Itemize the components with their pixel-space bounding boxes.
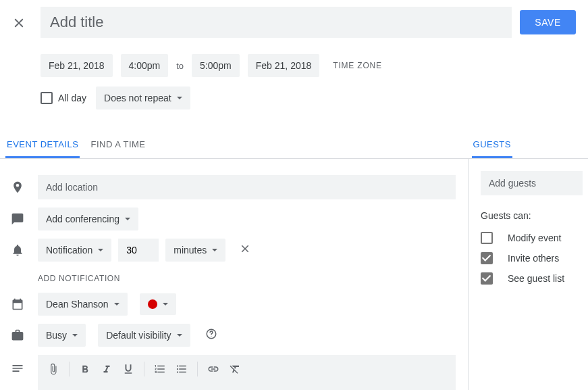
conferencing-label: Add conferencing — [46, 214, 119, 224]
link-icon[interactable] — [203, 359, 223, 379]
perm-label: Invite others — [508, 253, 559, 264]
to-label: to — [176, 61, 184, 71]
location-input[interactable] — [38, 175, 456, 199]
chevron-down-icon — [72, 334, 78, 337]
visibility-select[interactable]: Default visibility — [98, 324, 190, 347]
attach-icon[interactable] — [43, 359, 63, 379]
briefcase-icon — [9, 328, 26, 342]
chevron-down-icon — [125, 218, 130, 220]
chevron-down-icon — [114, 303, 119, 306]
svg-point-1 — [211, 336, 211, 337]
location-icon — [9, 180, 26, 194]
perm-invite-others[interactable]: Invite others — [481, 248, 588, 268]
clear-format-icon[interactable] — [225, 359, 245, 379]
close-icon[interactable] — [5, 9, 32, 36]
recurrence-label: Does not repeat — [104, 93, 171, 103]
start-date-picker[interactable]: Feb 21, 2018 — [41, 54, 113, 77]
notification-type-label: Notification — [46, 245, 92, 255]
conferencing-select[interactable]: Add conferencing — [38, 208, 138, 230]
checkbox-checked-icon — [481, 252, 493, 264]
calendar-owner-label: Dean Shanson — [46, 299, 109, 310]
timezone-link[interactable]: TIME ZONE — [333, 61, 382, 70]
numbered-list-icon[interactable] — [150, 359, 170, 379]
end-date-picker[interactable]: Feb 21, 2018 — [248, 54, 320, 77]
chevron-down-icon — [177, 334, 182, 337]
calendar-owner-select[interactable]: Dean Shanson — [38, 293, 128, 316]
description-input[interactable] — [38, 383, 456, 390]
start-time-picker[interactable]: 4:00pm — [121, 54, 169, 77]
underline-icon[interactable] — [118, 359, 138, 379]
chevron-down-icon — [177, 97, 182, 99]
visibility-label: Default visibility — [106, 330, 171, 341]
bold-icon[interactable] — [75, 359, 95, 379]
availability-label: Busy — [46, 330, 67, 341]
perm-modify-event[interactable]: Modify event — [481, 228, 588, 248]
bell-icon — [9, 243, 26, 257]
guests-heading: GUESTS — [472, 132, 512, 158]
notes-icon — [9, 355, 26, 375]
perm-see-guest-list[interactable]: See guest list — [481, 268, 588, 289]
description-toolbar — [38, 355, 456, 383]
notification-unit-label: minutes — [173, 245, 207, 255]
tab-event-details[interactable]: EVENT DETAILS — [5, 132, 80, 158]
video-icon — [9, 212, 26, 226]
add-notification-button[interactable]: ADD NOTIFICATION — [0, 266, 468, 289]
chevron-down-icon — [163, 303, 168, 306]
remove-notification-icon[interactable] — [239, 243, 251, 258]
checkbox-icon — [481, 232, 493, 244]
help-icon[interactable] — [205, 328, 217, 343]
event-title-input[interactable] — [41, 7, 512, 38]
availability-select[interactable]: Busy — [38, 324, 86, 347]
chevron-down-icon — [212, 249, 217, 251]
notification-value-input[interactable] — [118, 239, 159, 262]
chevron-down-icon — [98, 249, 103, 251]
add-guests-input[interactable] — [481, 171, 583, 195]
tab-find-a-time[interactable]: FIND A TIME — [89, 132, 146, 158]
color-dot-icon — [148, 299, 157, 309]
italic-icon[interactable] — [97, 359, 117, 379]
perm-label: Modify event — [508, 233, 561, 243]
bulleted-list-icon[interactable] — [171, 359, 192, 379]
checkbox-icon — [41, 92, 53, 104]
all-day-label: All day — [58, 93, 86, 103]
end-time-picker[interactable]: 5:00pm — [192, 54, 240, 77]
save-button[interactable]: SAVE — [520, 10, 576, 34]
perm-label: See guest list — [508, 273, 564, 284]
all-day-checkbox[interactable]: All day — [41, 92, 86, 104]
guests-can-label: Guests can: — [481, 195, 588, 228]
event-color-select[interactable] — [140, 293, 176, 315]
calendar-icon — [9, 297, 26, 311]
recurrence-select[interactable]: Does not repeat — [96, 87, 190, 109]
notification-unit-select[interactable]: minutes — [165, 239, 225, 262]
notification-type-select[interactable]: Notification — [38, 239, 111, 262]
checkbox-checked-icon — [481, 272, 493, 285]
